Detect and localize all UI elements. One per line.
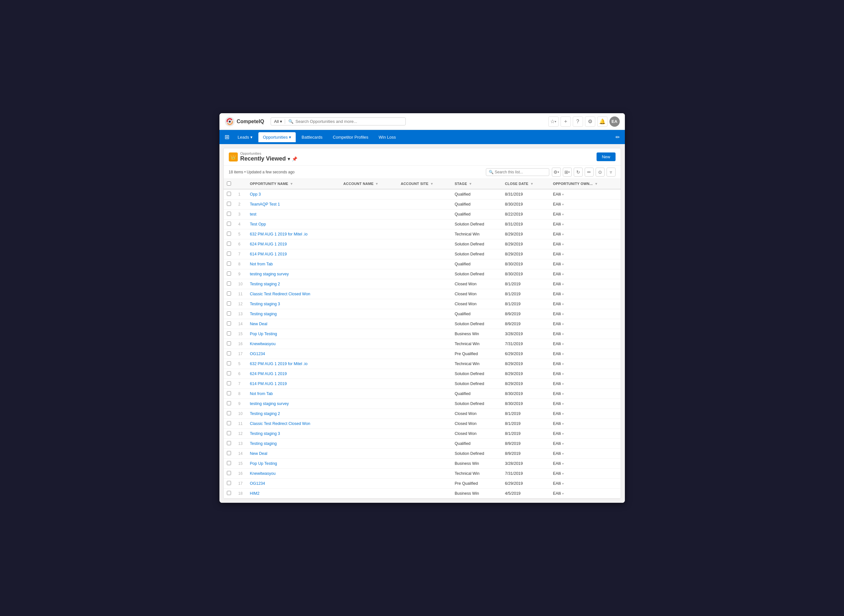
opportunity-link[interactable]: Test Opp	[250, 222, 266, 226]
row-opportunity-name[interactable]: Test Opp	[247, 219, 341, 229]
edit-columns-button[interactable]: ✏	[585, 167, 594, 177]
row-opportunity-name[interactable]: New Deal	[247, 449, 341, 459]
row-dropdown-icon[interactable]: ▾	[562, 462, 564, 465]
row-dropdown-icon[interactable]: ▾	[562, 342, 564, 346]
row-dropdown-icon[interactable]: ▾	[562, 213, 564, 216]
opportunity-link[interactable]: Pop Up Testing	[250, 461, 277, 466]
row-checkbox[interactable]	[227, 351, 231, 355]
row-dropdown-icon[interactable]: ▾	[562, 442, 564, 446]
row-checkbox-cell[interactable]	[224, 379, 235, 389]
row-checkbox[interactable]	[227, 331, 231, 336]
row-opportunity-name[interactable]: HIM2	[247, 488, 341, 499]
row-checkbox-cell[interactable]	[224, 369, 235, 379]
opportunity-link[interactable]: test	[250, 212, 257, 217]
col-header-close-date[interactable]: CLOSE DATE ▾	[502, 179, 550, 189]
row-checkbox[interactable]	[227, 221, 231, 226]
row-opportunity-name[interactable]: TeamAQP Test 1	[247, 199, 341, 210]
settings-toolbar-button[interactable]: ⚙ ▾	[552, 167, 561, 177]
row-checkbox[interactable]	[227, 341, 231, 346]
row-opportunity-name[interactable]: Knewitwasyou	[247, 339, 341, 349]
row-checkbox[interactable]	[227, 261, 231, 266]
filter-button[interactable]: ⊙	[596, 167, 605, 177]
row-dropdown-icon[interactable]: ▾	[562, 302, 564, 306]
row-opportunity-name[interactable]: 614 PM AUG 1 2019	[247, 379, 341, 389]
row-dropdown-icon[interactable]: ▾	[562, 352, 564, 356]
row-checkbox-cell[interactable]	[224, 419, 235, 429]
opportunity-link[interactable]: Testing staging 2	[250, 282, 280, 286]
row-dropdown-icon[interactable]: ▾	[562, 472, 564, 475]
row-checkbox-cell[interactable]	[224, 329, 235, 339]
opportunity-link[interactable]: 632 PM AUG 1 2019 for Mitel .io	[250, 232, 308, 236]
row-dropdown-icon[interactable]: ▾	[562, 402, 564, 406]
row-checkbox[interactable]	[227, 411, 231, 415]
opportunity-link[interactable]: Not from Tab	[250, 262, 273, 266]
row-checkbox[interactable]	[227, 252, 231, 256]
row-checkbox[interactable]	[227, 292, 231, 296]
row-checkbox[interactable]	[227, 371, 231, 375]
row-checkbox[interactable]	[227, 461, 231, 465]
row-checkbox-cell[interactable]	[224, 399, 235, 409]
row-opportunity-name[interactable]: Not from Tab	[247, 259, 341, 269]
opportunity-link[interactable]: OG1234	[250, 352, 265, 356]
opportunity-link[interactable]: testing staging survey	[250, 272, 289, 276]
row-checkbox-cell[interactable]	[224, 449, 235, 459]
row-checkbox-cell[interactable]	[224, 439, 235, 449]
search-input[interactable]	[295, 119, 402, 124]
row-dropdown-icon[interactable]: ▾	[562, 292, 564, 296]
row-opportunity-name[interactable]: 624 PM AUG 1 2019	[247, 239, 341, 249]
row-dropdown-icon[interactable]: ▾	[562, 282, 564, 286]
row-checkbox[interactable]	[227, 301, 231, 306]
row-dropdown-icon[interactable]: ▾	[562, 223, 564, 226]
row-opportunity-name[interactable]: Opp 3	[247, 189, 341, 199]
row-checkbox[interactable]	[227, 481, 231, 485]
row-opportunity-name[interactable]: testing staging survey	[247, 269, 341, 279]
row-dropdown-icon[interactable]: ▾	[562, 452, 564, 456]
user-avatar[interactable]: EA	[609, 116, 620, 127]
row-dropdown-icon[interactable]: ▾	[562, 392, 564, 396]
row-opportunity-name[interactable]: 632 PM AUG 1 2019 for Mitel .io	[247, 359, 341, 369]
row-checkbox-cell[interactable]	[224, 210, 235, 219]
row-checkbox[interactable]	[227, 361, 231, 365]
search-scope-dropdown[interactable]: All ▾	[274, 119, 285, 124]
row-checkbox[interactable]	[227, 232, 231, 236]
row-checkbox-cell[interactable]	[224, 479, 235, 488]
row-checkbox[interactable]	[227, 242, 231, 246]
row-dropdown-icon[interactable]: ▾	[562, 492, 564, 496]
opportunity-link[interactable]: Testing staging 2	[250, 411, 280, 416]
row-opportunity-name[interactable]: 614 PM AUG 1 2019	[247, 249, 341, 259]
row-dropdown-icon[interactable]: ▾	[562, 252, 564, 256]
row-checkbox-cell[interactable]	[224, 289, 235, 299]
row-opportunity-name[interactable]: Testing staging 3	[247, 299, 341, 309]
row-dropdown-icon[interactable]: ▾	[562, 233, 564, 236]
row-checkbox[interactable]	[227, 471, 231, 475]
row-dropdown-icon[interactable]: ▾	[562, 372, 564, 376]
row-checkbox[interactable]	[227, 321, 231, 326]
row-checkbox[interactable]	[227, 421, 231, 425]
row-checkbox[interactable]	[227, 271, 231, 276]
row-dropdown-icon[interactable]: ▾	[562, 432, 564, 436]
row-dropdown-icon[interactable]: ▾	[562, 422, 564, 425]
nav-item-win-loss[interactable]: Win Loss	[374, 132, 400, 142]
row-checkbox[interactable]	[227, 451, 231, 455]
row-checkbox-cell[interactable]	[224, 359, 235, 369]
row-checkbox-cell[interactable]	[224, 249, 235, 259]
opportunity-link[interactable]: Classic Test Redirect Closed Won	[250, 421, 311, 426]
opportunity-link[interactable]: HIM2	[250, 491, 260, 496]
col-header-account-name[interactable]: ACCOUNT NAME ▾	[340, 179, 398, 189]
list-search-input[interactable]	[495, 170, 546, 175]
col-header-name[interactable]: OPPORTUNITY NAME ▾	[247, 179, 341, 189]
row-opportunity-name[interactable]: Testing staging 3	[247, 429, 341, 439]
row-checkbox-cell[interactable]	[224, 488, 235, 499]
row-opportunity-name[interactable]: 624 PM AUG 1 2019	[247, 369, 341, 379]
row-dropdown-icon[interactable]: ▾	[562, 242, 564, 246]
pin-icon[interactable]: 📌	[292, 156, 297, 161]
row-checkbox[interactable]	[227, 282, 231, 286]
row-checkbox-cell[interactable]	[224, 339, 235, 349]
opportunity-link[interactable]: Classic Test Redirect Closed Won	[250, 292, 311, 296]
row-opportunity-name[interactable]: 632 PM AUG 1 2019 for Mitel .io	[247, 229, 341, 239]
nav-item-opportunities[interactable]: Opportunities ▾	[258, 132, 296, 142]
list-title-chevron-icon[interactable]: ▾	[288, 156, 290, 161]
col-header-owner[interactable]: OPPORTUNITY OWN... ▾	[550, 179, 620, 189]
row-checkbox-cell[interactable]	[224, 459, 235, 469]
row-dropdown-icon[interactable]: ▾	[562, 322, 564, 326]
